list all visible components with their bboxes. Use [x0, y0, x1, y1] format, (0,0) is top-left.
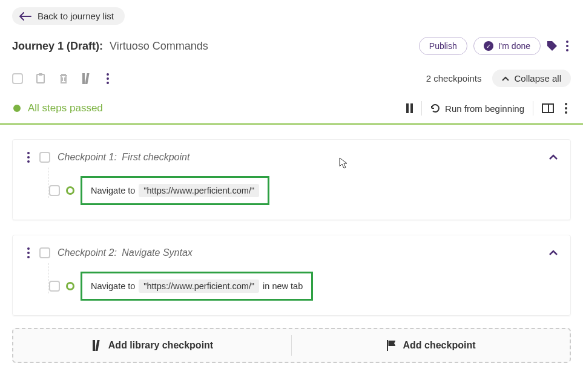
check-circle-icon: ✓ [484, 41, 493, 51]
header-more-menu[interactable] [564, 38, 571, 54]
select-all-checkbox[interactable] [12, 73, 23, 84]
step-pass-indicator-icon [66, 186, 74, 195]
chevron-up-icon [502, 76, 509, 81]
step-checkbox[interactable] [49, 281, 60, 292]
step-url: "https://www.perficient.com/" [139, 184, 259, 197]
checkpoint-card: Checkpoint 2: Navigate Syntax Navigate t… [12, 235, 571, 316]
clipboard-icon[interactable] [35, 73, 46, 84]
step-command[interactable]: Navigate to "https://www.perficient.com/… [81, 272, 313, 301]
flag-plus-icon [386, 340, 397, 351]
tag-icon[interactable] [547, 41, 558, 51]
run-from-beginning-button[interactable]: Run from beginning [430, 103, 524, 114]
im-done-button[interactable]: ✓ I'm done [473, 37, 541, 55]
checkpoint-checkbox[interactable] [39, 152, 50, 163]
status-text: All steps passed [28, 102, 103, 114]
step-url: "https://www.perficient.com/" [139, 279, 259, 293]
svg-rect-1 [39, 73, 42, 76]
publish-button[interactable]: Publish [419, 37, 467, 55]
refresh-icon [430, 103, 440, 113]
step-command[interactable]: Navigate to "https://www.perficient.com/… [81, 176, 269, 205]
arrow-left-icon [19, 12, 31, 21]
checkpoints-count: 2 checkpoints [426, 73, 482, 83]
checkpoint-card: Checkpoint 1: First checkpoint Navigate … [12, 139, 571, 220]
status-more-menu[interactable] [562, 100, 570, 116]
step-row: Navigate to "https://www.perficient.com/… [28, 176, 558, 205]
checkpoint-more-menu[interactable] [25, 149, 32, 165]
status-dot-icon [13, 105, 21, 112]
toolbar: 2 checkpoints Collapse all [0, 64, 583, 93]
library-icon [91, 340, 102, 351]
trash-icon[interactable] [58, 73, 69, 84]
checkpoint-checkbox[interactable] [39, 247, 50, 258]
collapse-checkpoint-button[interactable] [548, 250, 558, 256]
status-bar: All steps passed Run from beginning [0, 93, 583, 125]
svg-rect-0 [37, 74, 44, 83]
step-pass-indicator-icon [66, 282, 74, 290]
step-checkbox[interactable] [49, 185, 60, 196]
library-icon[interactable] [81, 73, 92, 84]
add-checkpoint-row: Add library checkpoint Add checkpoint [12, 328, 571, 363]
pause-button[interactable] [406, 103, 413, 113]
checkpoint-title: Checkpoint 1: First checkpoint [58, 152, 189, 163]
collapse-checkpoint-button[interactable] [548, 154, 558, 160]
back-label: Back to journey list [38, 11, 114, 21]
back-to-journey-list[interactable]: Back to journey list [12, 7, 125, 25]
checkpoint-title: Checkpoint 2: Navigate Syntax [58, 247, 193, 258]
page-header: Journey 1 (Draft): Virtuoso Commands Pub… [0, 25, 583, 64]
panel-toggle-icon[interactable] [542, 103, 554, 113]
step-row: Navigate to "https://www.perficient.com/… [28, 272, 558, 301]
collapse-all-button[interactable]: Collapse all [492, 70, 571, 87]
toolbar-more-menu[interactable] [104, 71, 111, 87]
checkpoint-more-menu[interactable] [25, 245, 32, 261]
add-library-checkpoint-button[interactable]: Add library checkpoint [13, 329, 291, 362]
add-checkpoint-button[interactable]: Add checkpoint [292, 329, 570, 362]
journey-title: Journey 1 (Draft): Virtuoso Commands [12, 40, 208, 53]
